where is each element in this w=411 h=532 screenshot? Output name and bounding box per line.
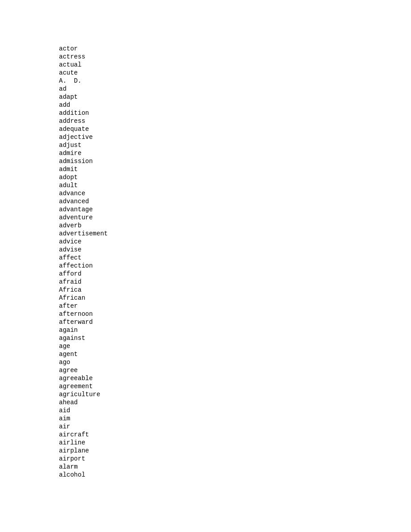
list-item: airline bbox=[59, 439, 411, 447]
list-item: admit bbox=[59, 165, 411, 173]
list-item: ahead bbox=[59, 398, 411, 406]
list-item: afterward bbox=[59, 318, 411, 326]
list-item: adjective bbox=[59, 133, 411, 141]
list-item: ago bbox=[59, 358, 411, 366]
list-item: agriculture bbox=[59, 390, 411, 398]
list-item: air bbox=[59, 423, 411, 431]
list-item: adjust bbox=[59, 141, 411, 149]
list-item: advertisement bbox=[59, 230, 411, 238]
list-item: advise bbox=[59, 246, 411, 254]
list-item: afraid bbox=[59, 278, 411, 286]
list-item: adventure bbox=[59, 214, 411, 222]
list-item: against bbox=[59, 334, 411, 342]
list-item: affect bbox=[59, 254, 411, 262]
list-item: agent bbox=[59, 350, 411, 358]
list-item: admire bbox=[59, 149, 411, 157]
list-item: aircraft bbox=[59, 431, 411, 439]
list-item: agreeable bbox=[59, 374, 411, 382]
list-item: aim bbox=[59, 415, 411, 423]
list-item: aid bbox=[59, 406, 411, 415]
list-item: admission bbox=[59, 157, 411, 165]
list-item: add bbox=[59, 101, 411, 109]
list-item: adapt bbox=[59, 93, 411, 101]
list-item: ad bbox=[59, 85, 411, 93]
list-item: adverb bbox=[59, 222, 411, 230]
list-item: actor bbox=[59, 45, 411, 53]
list-item: agreement bbox=[59, 382, 411, 390]
list-item: again bbox=[59, 326, 411, 334]
list-item: afternoon bbox=[59, 310, 411, 318]
list-item: airplane bbox=[59, 447, 411, 455]
word-list: actoractressactualacuteA. D.adadaptaddad… bbox=[0, 0, 411, 524]
list-item: advice bbox=[59, 238, 411, 246]
list-item: age bbox=[59, 342, 411, 350]
list-item: adult bbox=[59, 181, 411, 189]
list-item: afford bbox=[59, 270, 411, 278]
list-item: alcohol bbox=[59, 471, 411, 479]
list-item: acute bbox=[59, 69, 411, 77]
list-item: after bbox=[59, 302, 411, 310]
list-item: actual bbox=[59, 61, 411, 69]
list-item: agree bbox=[59, 366, 411, 374]
list-item: A. D. bbox=[59, 77, 411, 85]
list-item: airport bbox=[59, 455, 411, 463]
list-item: alarm bbox=[59, 463, 411, 471]
list-item: African bbox=[59, 294, 411, 302]
list-item: Africa bbox=[59, 286, 411, 294]
list-item: address bbox=[59, 117, 411, 125]
list-item: affection bbox=[59, 262, 411, 270]
list-item: advance bbox=[59, 189, 411, 197]
list-item: adequate bbox=[59, 125, 411, 133]
list-item: advanced bbox=[59, 197, 411, 205]
list-item: addition bbox=[59, 109, 411, 117]
list-item: advantage bbox=[59, 205, 411, 214]
list-item: actress bbox=[59, 53, 411, 61]
list-item: adopt bbox=[59, 173, 411, 181]
